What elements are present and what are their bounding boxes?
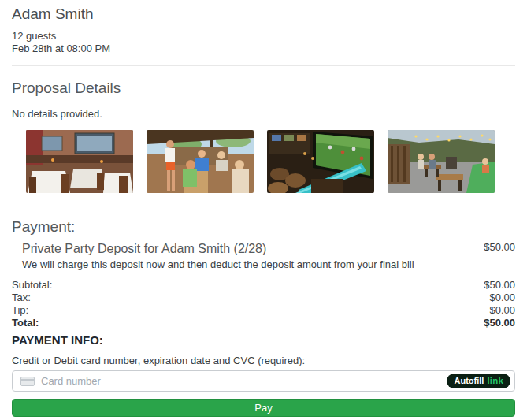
totals-table: Subtotal: $50.00 Tax: $0.00 Tip: $0.00 T… xyxy=(12,279,515,329)
venue-photo-gallery xyxy=(12,130,515,193)
sports-bar-photo-graphic xyxy=(267,130,374,193)
credit-card-icon xyxy=(20,377,35,386)
total-row-subtotal: Subtotal: $50.00 xyxy=(12,279,515,292)
dining-room-photo-graphic xyxy=(26,130,133,193)
deposit-title: Private Party Deposit for Adam Smith (2/… xyxy=(22,241,484,256)
event-datetime: Feb 28th at 08:00 PM xyxy=(12,43,515,55)
venue-photo-patio-bar xyxy=(147,130,254,193)
tip-amount: $0.00 xyxy=(489,304,515,317)
patio-bar-photo-graphic xyxy=(147,130,254,193)
tax-amount: $0.00 xyxy=(489,292,515,304)
pay-button[interactable]: Pay xyxy=(12,399,515,417)
deposit-amount: $50.00 xyxy=(484,241,515,254)
card-number-field[interactable]: Autofill link xyxy=(12,370,515,392)
total-label: Total: xyxy=(12,317,39,329)
link-brand-logo: link xyxy=(487,376,503,385)
total-row-total: Total: $50.00 xyxy=(12,317,515,329)
autofill-label: Autofill xyxy=(454,376,484,385)
tip-label: Tip: xyxy=(12,304,28,317)
venue-photo-beer-garden xyxy=(388,130,495,193)
payment-heading: Payment: xyxy=(12,218,515,236)
venue-photo-dining-room xyxy=(26,130,133,193)
section-divider xyxy=(12,65,515,66)
card-number-input[interactable] xyxy=(41,375,447,387)
guest-count: 12 guests xyxy=(12,30,515,43)
deposit-description: We will charge this deposit now and then… xyxy=(22,258,484,270)
card-input-label: Credit or Debit card number, expiration … xyxy=(12,355,515,366)
autofill-link-button[interactable]: Autofill link xyxy=(447,374,510,388)
venue-photo-sports-bar xyxy=(267,130,374,193)
total-row-tip: Tip: $0.00 xyxy=(12,304,515,317)
tax-label: Tax: xyxy=(12,292,31,304)
deposit-line-item-text: Private Party Deposit for Adam Smith (2/… xyxy=(12,241,484,270)
total-amount: $50.00 xyxy=(484,317,515,329)
customer-name: Adam Smith xyxy=(12,0,515,23)
total-row-tax: Tax: $0.00 xyxy=(12,292,515,304)
subtotal-amount: $50.00 xyxy=(484,279,515,292)
subtotal-label: Subtotal: xyxy=(12,279,52,292)
proposal-payment-page: Adam Smith 12 guests Feb 28th at 08:00 P… xyxy=(0,0,527,420)
proposal-empty-text: No details provided. xyxy=(12,108,515,120)
payment-info-heading: PAYMENT INFO: xyxy=(12,333,515,347)
deposit-line-item: Private Party Deposit for Adam Smith (2/… xyxy=(12,241,515,270)
proposal-details-heading: Proposal Details xyxy=(12,80,515,97)
beer-garden-photo-graphic xyxy=(388,130,495,193)
event-meta: 12 guests Feb 28th at 08:00 PM xyxy=(12,30,515,55)
